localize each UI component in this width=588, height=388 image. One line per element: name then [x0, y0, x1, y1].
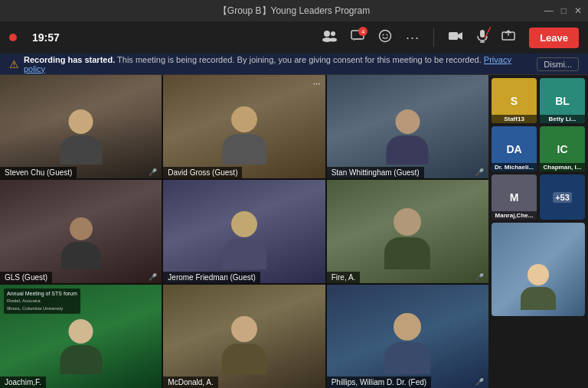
video-name-david-gross: David Gross (Guest) — [163, 167, 242, 178]
video-name-jerome: Jerome Friedman (Guest) — [163, 272, 260, 283]
avatar-label-ic: Chapman, I... — [540, 163, 585, 171]
video-name-stan-whittingham: Stan Whittingham (Guest) — [327, 167, 424, 178]
leave-button[interactable]: Leave — [529, 28, 579, 48]
svg-point-0 — [324, 31, 330, 37]
chat-icon[interactable]: 4 — [351, 30, 364, 45]
video-cell-david-gross[interactable]: David Gross (Guest) ··· — [163, 75, 325, 178]
video-grid: Steven Chu (Guest) 🎤 David Gross (Guest)… — [0, 75, 488, 388]
avatar-betty-li[interactable]: BL Betty Li... — [540, 78, 585, 123]
avatar-staff13[interactable]: S Staff13 — [492, 78, 537, 123]
more-options-2[interactable]: ··· — [313, 78, 321, 89]
avatar-row-1: S Staff13 BL Betty Li... — [492, 78, 585, 123]
avatar-photo[interactable] — [492, 223, 585, 316]
participants-icon[interactable] — [322, 30, 337, 45]
avatar-initials-da: DA — [506, 143, 521, 155]
main-area: Steven Chu (Guest) 🎤 David Gross (Guest)… — [0, 75, 588, 388]
right-sidebar: S Staff13 BL Betty Li... DA Dr. Michaeli… — [488, 75, 588, 388]
video-cell-gls[interactable]: GLS (Guest) 🎤 — [0, 180, 162, 283]
video-name-phillips: Phillips, William D. Dr. (Fed) — [327, 377, 431, 388]
avatar-initials-m: M — [510, 191, 519, 204]
dismiss-button[interactable]: Dismi... — [537, 57, 579, 71]
banner-text: Recording has started. This meeting is b… — [24, 55, 532, 73]
avatar-initials-staff13: S — [511, 95, 518, 107]
svg-rect-8 — [449, 32, 458, 40]
video-cell-jerome[interactable]: Jerome Friedman (Guest) — [163, 180, 325, 283]
timer-display: 19:57 — [32, 31, 60, 44]
avatar-dr-michaeli[interactable]: DA Dr. Michaeli... — [492, 126, 537, 171]
toolbar: 19:57 4 ··· — [0, 21, 588, 54]
video-name-steven-chu: Steven Chu (Guest) — [0, 167, 77, 178]
video-name-joachim: Joachim,F. — [0, 377, 46, 388]
avatar-label-m: Manraj,Che... — [492, 211, 537, 220]
banner-bold: Recording has started. — [24, 55, 115, 64]
mic-indicator-0: 🎤 — [149, 168, 157, 176]
svg-point-5 — [380, 31, 391, 42]
avatar-label-betty-li: Betty Li... — [540, 115, 585, 123]
avatar-manraj[interactable]: M Manraj,Che... — [492, 174, 537, 220]
microphone-icon[interactable]: ╱ — [477, 29, 488, 46]
avatar-row-2: DA Dr. Michaeli... IC Chapman, I... — [492, 126, 585, 171]
share-screen-icon[interactable] — [501, 30, 515, 45]
title-bar: 【Group B】Young Leaders Program — □ ✕ — [0, 0, 588, 21]
avatar-row-4 — [492, 223, 585, 316]
avatar-row-3: M Manraj,Che... +53 — [492, 174, 585, 220]
recording-banner: ⚠ Recording has started. This meeting is… — [0, 54, 588, 75]
video-name-mcdonald: McDonald, A. — [163, 377, 217, 388]
mic-indicator-8: 🎤 — [475, 378, 484, 386]
svg-point-2 — [331, 31, 335, 36]
avatar-label-da: Dr. Michaeli... — [492, 163, 537, 171]
mic-indicator-5: 🎤 — [475, 273, 484, 281]
minimize-button[interactable]: — — [544, 5, 554, 16]
chat-badge: 4 — [358, 27, 368, 36]
video-camera-icon[interactable] — [448, 31, 463, 44]
window-controls[interactable]: — □ ✕ — [544, 5, 582, 16]
video-cell-mcdonald[interactable]: McDonald, A. — [163, 285, 325, 388]
svg-point-3 — [329, 38, 337, 42]
presentation-overlay: Annual Meeting of STS forum Riedel, Acou… — [4, 289, 80, 314]
video-cell-steven-chu[interactable]: Steven Chu (Guest) 🎤 — [0, 75, 162, 178]
recording-dot — [9, 34, 17, 41]
video-cell-joachim[interactable]: Annual Meeting of STS forum Riedel, Acou… — [0, 285, 162, 388]
avatar-plus-count: +53 — [553, 192, 572, 203]
video-cell-stan-whittingham[interactable]: Stan Whittingham (Guest) 🎤 — [327, 75, 488, 178]
mic-indicator-2: 🎤 — [475, 168, 484, 176]
more-icon[interactable]: ··· — [406, 30, 420, 46]
svg-point-6 — [383, 34, 384, 36]
maximize-button[interactable]: □ — [561, 5, 567, 16]
avatar-label-staff13: Staff13 — [492, 115, 537, 123]
video-name-gls: GLS (Guest) — [0, 272, 52, 283]
mic-indicator-3: 🎤 — [149, 273, 157, 281]
avatar-plus53[interactable]: +53 — [540, 174, 585, 220]
video-cell-fire[interactable]: Fire, A. 🎤 — [327, 180, 488, 283]
reactions-icon[interactable] — [378, 29, 392, 46]
close-button[interactable]: ✕ — [574, 5, 582, 16]
window-title: 【Group B】Young Leaders Program — [218, 5, 370, 18]
banner-body: This meeting is being recorded. By joini… — [117, 55, 482, 64]
warning-icon: ⚠ — [9, 58, 19, 70]
video-cell-phillips[interactable]: Phillips, William D. Dr. (Fed) 🎤 — [327, 285, 488, 388]
toolbar-icons: 4 ··· ╱ — [322, 28, 579, 48]
avatar-initials-ic: IC — [557, 143, 568, 155]
video-name-fire: Fire, A. — [327, 272, 361, 283]
avatar-initials-betty-li: BL — [555, 95, 570, 107]
avatar-chapman[interactable]: IC Chapman, I... — [540, 126, 585, 171]
svg-point-7 — [387, 34, 388, 36]
